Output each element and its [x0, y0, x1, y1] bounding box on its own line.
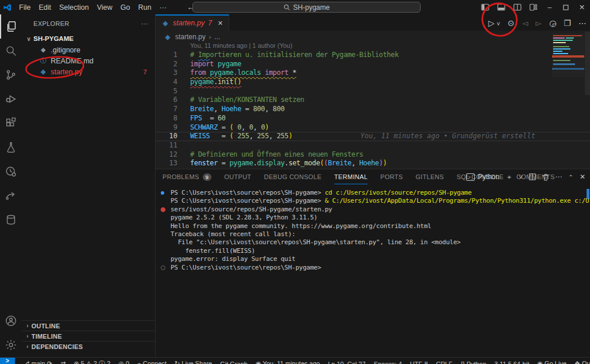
- section-timeline[interactable]: ›TIMELINE: [22, 331, 156, 341]
- connect[interactable]: ⌁ Connect: [133, 360, 171, 364]
- tab-starten-py[interactable]: ◆ starten.py 7 ✕: [156, 14, 229, 31]
- problems-status[interactable]: ⊗ 5 ⚠ 2 ⓘ 2: [70, 359, 115, 364]
- terminal-decoration-cmd-icon: [161, 191, 164, 195]
- editor-scrollbar[interactable]: [585, 32, 590, 95]
- quokka[interactable]: ❖ Quokka: [570, 360, 590, 364]
- code-line-2[interactable]: 2import pygame: [156, 60, 590, 69]
- code-line-13[interactable]: 13fenster = pygame.display.set_mode((Bre…: [156, 159, 590, 168]
- file-blame-status[interactable]: ◉ You, 11 minutes ago: [252, 360, 324, 364]
- minimap[interactable]: [552, 33, 584, 77]
- open-changes-icon[interactable]: ⊙: [508, 18, 515, 28]
- language-mode[interactable]: {} Python: [456, 361, 490, 364]
- terminal-profile-dropdown-icon[interactable]: ˅: [519, 174, 523, 180]
- menu-file[interactable]: File: [15, 3, 35, 12]
- toggle-sidebar-icon[interactable]: [477, 0, 493, 14]
- testing-activity-icon[interactable]: [0, 135, 22, 160]
- code-line-10[interactable]: 10WEISS = ( 255, 255, 255)You, 11 minute…: [156, 132, 590, 141]
- code-line-4[interactable]: 4pygame.init(): [156, 78, 590, 87]
- toggle-panel-icon[interactable]: [493, 0, 509, 14]
- explorer-item-gitignore[interactable]: ◆.gitignore: [22, 44, 155, 55]
- breadcrumb-file[interactable]: starten.py: [175, 33, 206, 41]
- search-activity-icon[interactable]: [0, 39, 22, 63]
- terminal-output[interactable]: PS C:\Users\ivost\source\repos\SH-pygame…: [156, 189, 583, 272]
- eol[interactable]: CRLF: [432, 361, 457, 364]
- compare-changes[interactable]: ⇄: [56, 360, 70, 364]
- split-terminal-icon[interactable]: [529, 173, 536, 180]
- explorer-item-READMEmd[interactable]: ⓘREADME.md: [22, 55, 155, 66]
- encoding[interactable]: UTF-8: [406, 361, 432, 364]
- workspace-folder[interactable]: ∨ SH-PYGAME: [22, 33, 155, 44]
- editor-more-actions-icon[interactable]: ⋯: [578, 18, 587, 28]
- new-terminal-icon[interactable]: ＋: [506, 172, 513, 182]
- explorer-more-actions-icon[interactable]: ···: [141, 20, 148, 27]
- kill-terminal-icon[interactable]: [542, 173, 549, 181]
- explorer-item-startenpy[interactable]: ◆starten.py7: [22, 66, 155, 77]
- remote-indicator[interactable]: ><: [0, 358, 15, 364]
- code-line-11[interactable]: 11: [156, 141, 590, 150]
- minimize-button[interactable]: –: [542, 0, 558, 14]
- breadcrumb[interactable]: ◆ starten.py › ...: [164, 32, 220, 42]
- source-control-activity-icon[interactable]: [0, 63, 22, 87]
- panel-tab-gitlens[interactable]: GITLENS: [415, 169, 444, 184]
- code-line-3[interactable]: 3from pygame.locals import *: [156, 69, 590, 78]
- close-tab-icon[interactable]: ✕: [218, 20, 223, 27]
- code-line-7[interactable]: 7Breite, Hoehe = 800, 800: [156, 105, 590, 114]
- split-editor-layout-icon[interactable]: [509, 0, 525, 14]
- gitlens-activity-icon[interactable]: [0, 160, 22, 184]
- terminal-scrollbar[interactable]: [587, 189, 589, 199]
- command-center-search[interactable]: SH-pygame: [192, 2, 421, 13]
- maximize-button[interactable]: [558, 0, 574, 14]
- menu-run[interactable]: Run: [134, 3, 156, 12]
- branch-status[interactable]: ⎇ main ⟳: [18, 360, 56, 364]
- panel-tab-problems[interactable]: PROBLEMS9: [162, 169, 211, 184]
- code-line-1[interactable]: 1# Importieren u. initialisieren der Pyg…: [156, 51, 590, 60]
- live-share-activity-icon[interactable]: [0, 184, 22, 208]
- indentation[interactable]: Spaces: 4: [370, 361, 406, 364]
- explorer-activity-icon[interactable]: [0, 14, 22, 39]
- section-dependencies[interactable]: ›DEPENDENCIES: [22, 341, 156, 351]
- close-panel-icon[interactable]: ✕: [580, 173, 585, 181]
- panel-tab-debug-console[interactable]: DEBUG CONSOLE: [264, 169, 322, 184]
- maximize-panel-icon[interactable]: ⌃: [569, 174, 573, 180]
- panel-tab-output[interactable]: OUTPUT: [224, 169, 251, 184]
- account-icon[interactable]: [0, 309, 22, 333]
- previous-change-icon[interactable]: ◅: [522, 18, 528, 28]
- run-debug-activity-icon[interactable]: [0, 87, 22, 111]
- menu-edit[interactable]: Edit: [35, 3, 55, 12]
- database-activity-icon[interactable]: [0, 208, 22, 232]
- run-python-button[interactable]: ▷ ˅: [488, 18, 500, 28]
- audio-status[interactable]: ◎ 0: [115, 360, 134, 364]
- code-editor[interactable]: 1# Importieren u. initialisieren der Pyg…: [156, 51, 590, 168]
- run-dropdown-icon[interactable]: ˅: [497, 21, 500, 27]
- settings-gear-icon[interactable]: [0, 333, 22, 357]
- run-interactive-icon[interactable]: ◶: [549, 18, 556, 28]
- code-line-12[interactable]: 12# Definieren und Öffnen eines neuen Fe…: [156, 150, 590, 160]
- code-line-5[interactable]: 5: [156, 87, 590, 96]
- python-version[interactable]: 3.11.5 64-bit: [490, 361, 533, 364]
- panel-tab-ports[interactable]: PORTS: [380, 169, 403, 184]
- customize-layout-icon[interactable]: [525, 0, 542, 14]
- split-editor-icon[interactable]: ❐: [563, 18, 571, 28]
- menu-[interactable]: ···: [156, 3, 171, 12]
- python-file-icon: ◆: [164, 33, 172, 41]
- next-change-icon[interactable]: ▻: [535, 18, 542, 28]
- close-window-button[interactable]: ✕: [574, 0, 590, 14]
- sidebar-sections: ›OUTLINE›TIMELINE›DEPENDENCIES: [22, 320, 156, 351]
- terminal-instance[interactable]: >_ Python: [466, 173, 499, 181]
- go-live[interactable]: ◉ Go Live: [533, 360, 570, 364]
- code-line-6[interactable]: 6# Variablen/KONSTANTEN setzen: [156, 96, 590, 105]
- breadcrumb-more[interactable]: ...: [214, 33, 220, 41]
- code-line-8[interactable]: 8FPS = 60: [156, 114, 590, 123]
- code-text: # Variablen/KONSTANTEN setzen: [177, 96, 304, 105]
- menu-go[interactable]: Go: [116, 3, 134, 12]
- section-outline[interactable]: ›OUTLINE: [22, 320, 156, 331]
- menu-view[interactable]: View: [93, 3, 116, 12]
- menu-selection[interactable]: Selection: [55, 3, 93, 12]
- panel-tab-terminal[interactable]: TERMINAL: [334, 169, 368, 184]
- live-share[interactable]: ↻ Live Share: [171, 360, 216, 364]
- code-line-9[interactable]: 9SCHWARZ = ( 0, 0, 0): [156, 123, 590, 132]
- cursor-position[interactable]: Ln 10, Col 27: [324, 361, 369, 364]
- extensions-activity-icon[interactable]: [0, 111, 22, 135]
- git-graph[interactable]: Git Graph: [216, 361, 252, 364]
- panel-more-actions-icon[interactable]: ⋯: [555, 173, 562, 181]
